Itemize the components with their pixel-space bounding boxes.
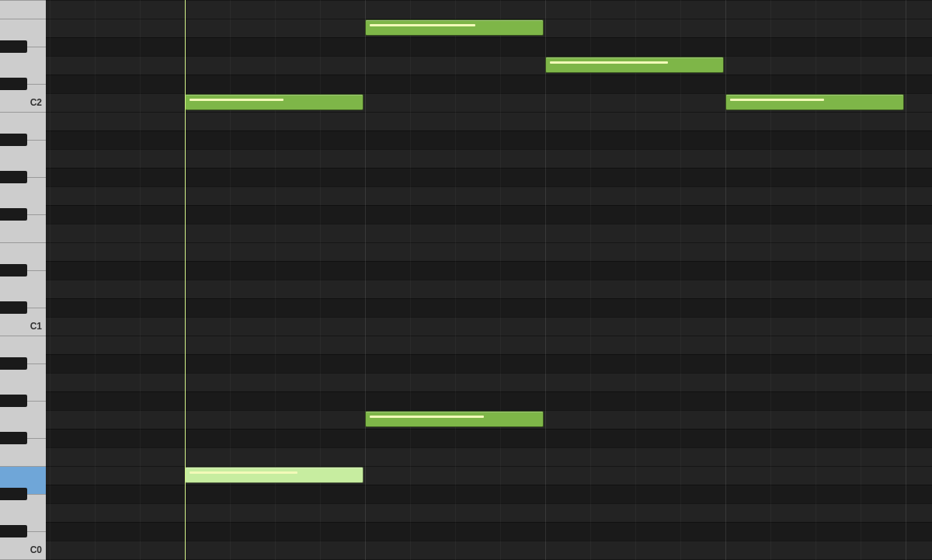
grid-line (500, 0, 501, 560)
grid-row[interactable] (46, 317, 932, 336)
grid-line (861, 0, 861, 560)
piano-key-A#1[interactable] (0, 134, 27, 146)
grid-row[interactable] (46, 298, 932, 317)
key-label: C1 (30, 322, 42, 331)
grid-row[interactable] (46, 280, 932, 298)
note-velocity-bar (190, 471, 297, 474)
grid-row[interactable] (46, 261, 932, 280)
piano-key-D#1[interactable] (0, 264, 27, 277)
grid-row[interactable] (46, 168, 932, 186)
grid-row[interactable] (46, 130, 932, 149)
grid-line (816, 0, 816, 560)
grid-line (455, 0, 456, 560)
piano-key-A#0[interactable] (0, 357, 27, 370)
grid-line (545, 0, 546, 560)
grid-line (365, 0, 366, 560)
piano-key-G#1[interactable] (0, 171, 27, 183)
piano-key-C#2[interactable] (0, 78, 27, 90)
grid-row[interactable] (46, 522, 932, 541)
grid-row[interactable] (46, 224, 932, 242)
piano-key-D#2[interactable] (0, 40, 27, 53)
grid-line (50, 0, 50, 560)
note-velocity-bar (370, 416, 484, 418)
note-velocity-bar (190, 99, 283, 101)
piano-key-F#1[interactable] (0, 208, 27, 221)
grid-row[interactable] (46, 186, 932, 205)
grid-row[interactable] (46, 354, 932, 373)
grid-line (725, 0, 726, 560)
grid-row[interactable] (46, 149, 932, 168)
note-velocity-bar (370, 24, 475, 26)
grid-row[interactable] (46, 56, 932, 75)
grid-line (635, 0, 636, 560)
piano-roll-editor: C2C1C0 (0, 0, 932, 560)
midi-note[interactable] (545, 57, 724, 73)
piano-key-G#0[interactable] (0, 395, 27, 407)
grid-row[interactable] (46, 37, 932, 56)
piano-key-F2[interactable] (0, 0, 46, 19)
midi-note[interactable] (365, 411, 544, 427)
piano-key-F#0[interactable] (0, 432, 27, 444)
piano-key-C#0[interactable] (0, 525, 27, 537)
note-velocity-bar (730, 99, 824, 101)
grid-row[interactable] (46, 429, 932, 447)
grid-row[interactable] (46, 373, 932, 391)
note-grid[interactable] (46, 0, 932, 560)
grid-line (95, 0, 96, 560)
grid-row[interactable] (46, 466, 932, 485)
midi-note[interactable] (185, 467, 363, 483)
grid-row[interactable] (46, 336, 932, 354)
note-velocity-bar (550, 61, 668, 64)
grid-row[interactable] (46, 0, 932, 19)
grid-row[interactable] (46, 391, 932, 410)
grid-line (590, 0, 591, 560)
grid-row[interactable] (46, 205, 932, 224)
grid-row[interactable] (46, 112, 932, 130)
grid-row[interactable] (46, 503, 932, 522)
key-label: C0 (30, 545, 42, 555)
grid-line (140, 0, 141, 560)
grid-row[interactable] (46, 447, 932, 466)
grid-row[interactable] (46, 242, 932, 261)
midi-note[interactable] (725, 94, 904, 110)
midi-note[interactable] (185, 94, 363, 110)
grid-row[interactable] (46, 541, 932, 559)
grid-row[interactable] (46, 75, 932, 93)
grid-line (770, 0, 771, 560)
piano-key-C#1[interactable] (0, 301, 27, 314)
grid-line (410, 0, 411, 560)
piano-keyboard[interactable]: C2C1C0 (0, 0, 46, 560)
grid-line (680, 0, 681, 560)
grid-row[interactable] (46, 485, 932, 503)
piano-key-D#0[interactable] (0, 488, 27, 500)
key-label: C2 (30, 98, 42, 107)
midi-note[interactable] (365, 19, 544, 36)
grid-line (906, 0, 906, 560)
